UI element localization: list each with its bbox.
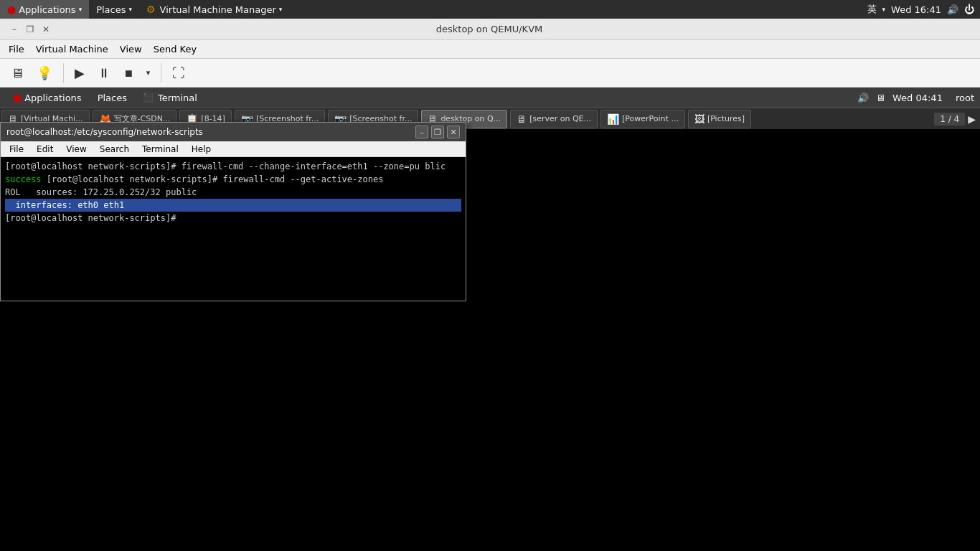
vmm-stop-btn[interactable]: ⏹ [118,64,138,83]
vmm-maximize-btn[interactable]: ❐ [23,22,37,37]
taskbar-item-7[interactable]: 📊 [PowerPoint ... [600,110,685,128]
vmm-minimize-btn[interactable]: – [7,22,22,37]
taskbar-icon-8: 🖼 [694,113,705,125]
term-line-6: sources: 172.25.0.252/32 [26,187,161,197]
guest-user: root [956,93,974,103]
vmm-icon: ⚙ [146,4,156,15]
language-indicator[interactable]: 英 [867,3,877,16]
taskbar-item-6[interactable]: 🖥 [server on QE... [510,110,598,128]
vmm-arrow-icon: ▾ [279,6,283,13]
vmm-view-menu[interactable]: View [114,42,148,56]
vmm-run-btn[interactable]: ▶ [70,62,90,84]
guest-topbar-left: ● Applications Places ⬛ Terminal [6,90,204,105]
vmm-more-btn[interactable]: ▾ [141,65,156,81]
vmm-display-btn[interactable]: 🖥 [6,62,29,84]
taskbar-label-6: [server on QE... [529,114,591,123]
places-arrow-icon: ▾ [129,6,133,13]
taskbar-icon-7: 📊 [607,113,619,125]
vmm-pause-btn[interactable]: ⏸ [93,62,116,84]
vmm-close-btn[interactable]: ✕ [39,22,53,37]
places-label: Places [96,4,126,15]
term-help-menu[interactable]: Help [186,143,217,155]
guest-time: Wed 04:41 [892,93,943,103]
guest-places-menu[interactable]: Places [90,91,134,105]
vmm-menu[interactable]: ⚙ Virtual Machine Manager ▾ [139,0,289,19]
term-search-menu[interactable]: Search [94,143,135,155]
terminal-menubar: File Edit View Search Terminal Help [1,141,466,157]
guest-area: ● Applications Places ⬛ Terminal 🔊 🖥 Wed… [0,88,980,108]
guest-applications-label: Applications [24,93,81,103]
vmm-toolbar: 🖥 💡 ▶ ⏸ ⏹ ▾ ⛶ [0,59,980,88]
lang-arrow-icon: ▾ [882,6,886,13]
term-line-9: [root@localhost network-scripts]# [5,213,182,223]
taskbar-right: 1 / 4 ▶ [934,113,980,126]
term-line-7: public [166,187,197,197]
taskbar-label-8: [Pictures] [707,114,745,123]
term-line-3: success [5,174,42,184]
guest-terminal-menu[interactable]: ⬛ Terminal [136,91,204,105]
taskbar-next-icon[interactable]: ▶ [968,113,976,125]
vmm-sendkey-menu[interactable]: Send Key [148,42,202,56]
term-line-2: blic [425,161,446,171]
term-view-menu[interactable]: View [60,143,92,155]
vmm-menubar: File Virtual Machine View Send Key [0,40,980,59]
vmm-screenshot-btn[interactable]: 💡 [32,62,57,84]
term-line-4: [root@localhost network-scripts]# firewa… [47,174,384,184]
vmm-fullscreen-btn[interactable]: ⛶ [167,62,190,84]
guest-topbar-right: 🔊 🖥 Wed 04:41 root [857,93,974,103]
terminal-win-btns: – ❐ ✕ [415,126,460,138]
vmm-titlebar: – ❐ ✕ desktop on QEMU/KVM [0,19,980,40]
terminal-body[interactable]: [root@localhost network-scripts]# firewa… [1,157,466,301]
page-indicator: 1 / 4 [934,113,965,126]
guest-terminal-label: Terminal [158,93,197,103]
guest-topbar: ● Applications Places ⬛ Terminal 🔊 🖥 Wed… [0,88,980,108]
terminal-icon: ⬛ [143,93,154,103]
taskbar-label-7: [PowerPoint ... [622,114,679,123]
vmm-win-controls: – ❐ ✕ [7,22,53,37]
guest-applications-menu[interactable]: ● Applications [6,90,89,105]
terminal-window: root@localhost:/etc/sysconfig/network-sc… [0,122,466,301]
term-file-menu[interactable]: File [4,143,29,155]
clock: Wed 16:41 [891,4,941,15]
applications-label: Applications [19,4,75,15]
vmm-label: Virtual Machine Manager [160,4,276,15]
volume-icon[interactable]: 🔊 [947,4,958,15]
guest-network-icon[interactable]: 🖥 [876,93,885,103]
taskbar-icon-6: 🖥 [517,113,527,125]
term-line-8: interfaces: eth0 eth1 [5,199,461,212]
power-icon[interactable]: ⏻ [964,4,974,15]
toolbar-sep-2 [161,63,161,83]
taskbar-item-8[interactable]: 🖼 [Pictures] [688,110,751,128]
terminal-title: root@localhost:/etc/sysconfig/network-sc… [6,127,203,137]
top-bar-left: ● Applications ▾ Places ▾ ⚙ Virtual Mach… [0,0,289,19]
redhat-logo-icon: ● [7,4,16,15]
places-menu[interactable]: Places ▾ [89,0,139,19]
guest-places-label: Places [98,93,127,103]
vmm-window-title: desktop on QEMU/KVM [53,24,925,34]
top-system-bar: ● Applications ▾ Places ▾ ⚙ Virtual Mach… [0,0,980,19]
vmm-virtualmachine-menu[interactable]: Virtual Machine [30,42,114,56]
guest-volume-icon[interactable]: 🔊 [857,93,869,103]
term-line-1: [root@localhost network-scripts]# firewa… [5,161,420,171]
vmm-file-menu[interactable]: File [3,42,30,56]
toolbar-sep-1 [63,63,64,83]
term-line-5: ROL [5,187,21,197]
applications-menu[interactable]: ● Applications ▾ [0,0,89,19]
term-edit-menu[interactable]: Edit [31,143,59,155]
top-bar-right: 英 ▾ Wed 16:41 🔊 ⏻ [867,3,980,16]
terminal-close-btn[interactable]: ✕ [447,126,460,138]
terminal-maximize-btn[interactable]: ❐ [431,126,444,138]
applications-arrow-icon: ▾ [79,6,83,13]
terminal-titlebar: root@localhost:/etc/sysconfig/network-sc… [1,123,466,141]
term-terminal-menu[interactable]: Terminal [136,143,184,155]
terminal-minimize-btn[interactable]: – [415,126,428,138]
guest-redhat-icon: ● [13,92,22,103]
